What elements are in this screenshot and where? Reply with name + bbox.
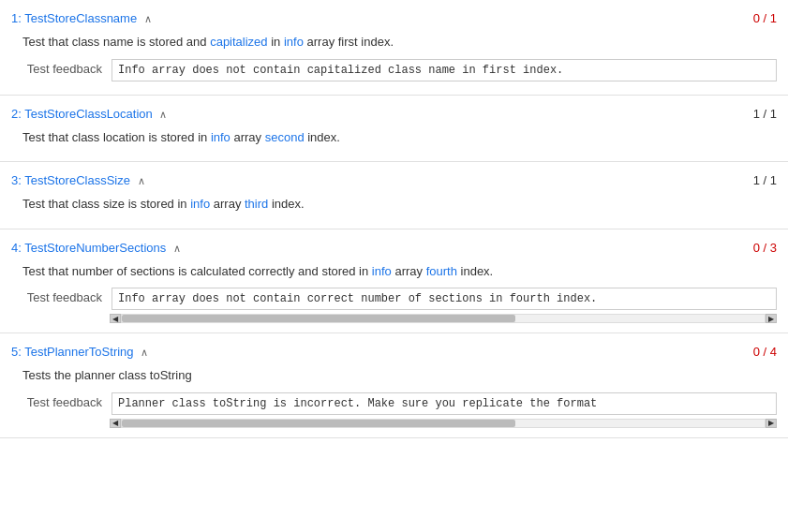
feedback-label-4: Test feedback <box>22 288 112 304</box>
test-header-4[interactable]: 4: TestStoreNumberSections ∧0 / 3 <box>11 237 777 259</box>
scrollbar-track-5[interactable] <box>121 419 766 428</box>
feedback-label-1: Test feedback <box>22 59 112 76</box>
chevron-icon: ∧ <box>159 109 167 120</box>
test-score-4: 0 / 3 <box>753 241 777 255</box>
scrollbar-row-5[interactable]: ◀▶ <box>11 419 777 428</box>
test-score-5: 0 / 4 <box>753 345 777 359</box>
test-score-3: 1 / 1 <box>753 173 777 187</box>
test-section-4: 4: TestStoreNumberSections ∧0 / 3Test th… <box>0 229 788 334</box>
feedback-box-4: Info array does not contain correct numb… <box>112 288 777 310</box>
test-header-2[interactable]: 2: TestStoreClassLocation ∧1 / 1 <box>11 103 777 125</box>
test-title-2[interactable]: 2: TestStoreClassLocation ∧ <box>11 107 167 121</box>
chevron-icon: ∧ <box>141 347 148 358</box>
scrollbar-row-4[interactable]: ◀▶ <box>11 314 777 323</box>
scrollbar-left-arrow-4[interactable]: ◀ <box>110 314 121 323</box>
test-header-3[interactable]: 3: TestStoreClassSize ∧1 / 1 <box>11 170 777 191</box>
feedback-box-wrapper-1: Info array does not contain capitalized … <box>112 59 777 81</box>
test-title-1[interactable]: 1: TestStoreClassname ∧ <box>11 11 152 25</box>
scrollbar-right-arrow-4[interactable]: ▶ <box>766 314 777 323</box>
feedback-row-4: Test feedbackInfo array does not contain… <box>11 286 777 314</box>
test-title-3[interactable]: 3: TestStoreClassSize ∧ <box>11 173 145 187</box>
test-title-5[interactable]: 5: TestPlannerToString ∧ <box>11 345 148 359</box>
feedback-label-5: Test feedback <box>22 392 112 409</box>
scrollbar-thumb-5[interactable] <box>122 420 515 427</box>
chevron-icon: ∧ <box>138 175 145 186</box>
test-header-1[interactable]: 1: TestStoreClassname ∧0 / 1 <box>11 7 777 29</box>
feedback-box-1: Info array does not contain capitalized … <box>112 59 777 81</box>
feedback-box-5: Planner class toString is incorrect. Mak… <box>112 392 777 415</box>
feedback-box-wrapper-5: Planner class toString is incorrect. Mak… <box>112 392 777 415</box>
test-description-3: Test that class size is stored in info a… <box>11 191 777 219</box>
test-score-2: 1 / 1 <box>753 107 777 121</box>
scrollbar-left-arrow-5[interactable]: ◀ <box>110 419 121 428</box>
feedback-row-1: Test feedbackInfo array does not contain… <box>11 57 777 85</box>
chevron-icon: ∧ <box>144 13 152 24</box>
scrollbar-right-arrow-5[interactable]: ▶ <box>766 419 777 428</box>
scrollbar-track-4[interactable] <box>121 314 766 323</box>
test-section-2: 2: TestStoreClassLocation ∧1 / 1Test tha… <box>0 96 788 163</box>
scrollbar-thumb-4[interactable] <box>122 315 515 322</box>
feedback-row-5: Test feedbackPlanner class toString is i… <box>11 391 777 419</box>
feedback-box-wrapper-4: Info array does not contain correct numb… <box>112 288 777 310</box>
test-section-3: 3: TestStoreClassSize ∧1 / 1Test that cl… <box>0 162 788 229</box>
test-title-4[interactable]: 4: TestStoreNumberSections ∧ <box>11 241 181 255</box>
test-section-1: 1: TestStoreClassname ∧0 / 1Test that cl… <box>0 0 788 96</box>
test-description-5: Tests the planner class toString <box>11 362 777 391</box>
test-description-2: Test that class location is stored in in… <box>11 125 777 153</box>
test-header-5[interactable]: 5: TestPlannerToString ∧0 / 4 <box>11 341 777 362</box>
test-description-1: Test that class name is stored and capit… <box>11 29 777 57</box>
chevron-icon: ∧ <box>173 243 181 254</box>
test-section-5: 5: TestPlannerToString ∧0 / 4Tests the p… <box>0 333 788 438</box>
test-score-1: 0 / 1 <box>753 11 777 25</box>
test-description-4: Test that number of sections is calculat… <box>11 259 777 287</box>
